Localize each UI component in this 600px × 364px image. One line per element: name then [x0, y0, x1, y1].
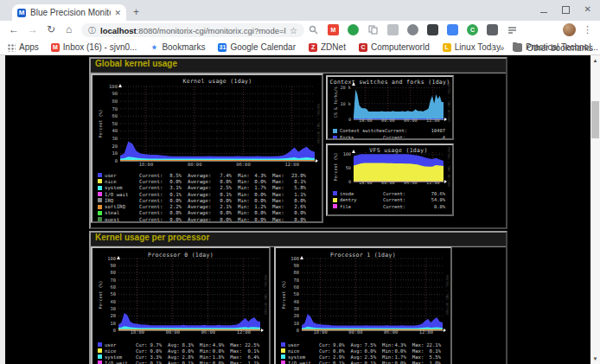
puzzle-extensions-icon[interactable] [487, 24, 498, 35]
legend-name: softIRQ [105, 204, 139, 209]
legend-name: guest [105, 217, 139, 222]
svg-text:10 k: 10 k [341, 101, 352, 106]
legend-stat: Cur:2.9% [319, 354, 351, 360]
tab-monitorix[interactable]: M Blue Precision Monitorix ✕ [12, 4, 126, 21]
graph-panel-processor-0: Processor 0 (1day)Percent (%)RRDTOOL / T… [91, 246, 271, 364]
bookmark-item[interactable]: ZZDNet [309, 42, 346, 52]
svg-text:12:00: 12:00 [426, 118, 440, 123]
legend-stat: Avg:7.5% [351, 342, 383, 348]
bookmark-label: ZDNet [321, 42, 346, 52]
green-circle-extension-icon[interactable]: C [467, 24, 478, 35]
other-bookmarks-folder-icon [513, 44, 522, 51]
svg-text:100: 100 [290, 256, 299, 261]
legend-stat: Cur:3.3% [136, 354, 168, 360]
legend-swatch [281, 361, 285, 364]
legend-row: stealCurrent:0.0%Average:0.0%Min:0.0%Max… [97, 210, 318, 216]
apps-shortcut[interactable]: Apps [7, 42, 39, 52]
blue-oval-extension-icon[interactable] [447, 24, 458, 35]
maximize-icon[interactable] [562, 6, 570, 14]
profile-avatar[interactable] [563, 23, 576, 36]
section-title: Kernel usage per processor [91, 233, 506, 247]
home-icon[interactable]: ⌂ [66, 23, 72, 35]
bookmark-star-icon[interactable]: ☆ [290, 26, 297, 35]
scroll-up-icon[interactable]: ▲ [590, 55, 600, 66]
svg-text:0: 0 [113, 328, 116, 333]
close-icon[interactable]: ✕ [584, 5, 591, 14]
new-tab-button[interactable]: + [133, 6, 139, 18]
svg-text:12:00: 12:00 [426, 180, 440, 185]
scrollbar-thumb[interactable] [591, 101, 599, 138]
legend-stat: Min:4.9% [200, 342, 230, 348]
svg-text:80: 80 [112, 99, 118, 104]
legend-row: niceCur:0.0%Avg:0.0%Min:0.0%Max:0.1% [280, 348, 447, 354]
legend-stat: Min:4.3% [238, 173, 272, 178]
legend-stat: Avg:0.0% [351, 348, 383, 354]
page-scrollbar[interactable]: ▲ ▼ [590, 55, 600, 364]
svg-text:18:00: 18:00 [314, 329, 328, 335]
bookmarks-overflow-icon[interactable]: » [492, 43, 505, 53]
bookmark-item[interactable]: MInbox (16) - sjvn0... [51, 42, 137, 52]
bookmark-item[interactable]: CComputerworld [359, 42, 430, 52]
legend-row: systemCurrent:3.1%Average:2.5%Min:1.7%Ma… [97, 185, 318, 191]
legend-stat: Min:0.0% [382, 348, 412, 354]
svg-text:18:00: 18:00 [139, 162, 154, 167]
legend-name: Context switches [340, 128, 385, 133]
forward-icon[interactable]: → [28, 23, 38, 35]
legend-stat: Current:3.1% [139, 185, 188, 190]
svg-text:50: 50 [294, 291, 300, 297]
graph-panel-kernel-usage: Kernel usage (1day)Percent (%)RRDTOOL / … [91, 73, 323, 223]
svg-text:06:00: 06:00 [236, 162, 251, 167]
gmail-extension-icon[interactable]: M [328, 24, 339, 35]
pages-extension-icon[interactable] [367, 24, 379, 35]
legend-stat: Max:0.1% [272, 179, 312, 184]
omnibox[interactable]: ⓘ localhost:8080/monitorix-cgi/monitorix… [81, 23, 304, 37]
svg-text:20 k: 20 k [341, 85, 352, 90]
scroll-down-icon[interactable]: ▼ [590, 354, 600, 364]
legend-stat: Max:5.5% [412, 354, 447, 360]
dark-square-extension-icon[interactable] [427, 24, 438, 35]
legend-name: inode [340, 191, 383, 196]
legend-name: I/O wait [105, 361, 136, 364]
svg-text:00:00: 00:00 [188, 162, 202, 167]
tab-close-icon[interactable]: ✕ [114, 9, 121, 17]
legend-name: user [105, 173, 139, 178]
svg-text:20: 20 [294, 313, 300, 318]
reload-icon[interactable]: ↻ [47, 23, 55, 35]
other-bookmarks[interactable]: Other bookmarks [527, 43, 593, 53]
svg-text:12:00: 12:00 [284, 162, 299, 167]
svg-text:0: 0 [348, 117, 351, 122]
legend-stat: Max:1.0% [412, 361, 447, 364]
legend-stat: Max:22.1% [412, 342, 447, 348]
bookmark-favicon: ★ [150, 43, 158, 52]
minimize-icon[interactable] [540, 12, 547, 13]
globe-extension-icon[interactable] [407, 24, 418, 35]
legend-name: system [105, 354, 136, 360]
back-icon[interactable]: ← [9, 23, 19, 35]
bookmark-item[interactable]: ★Bookmarks [150, 42, 205, 52]
svg-text:100: 100 [107, 256, 116, 261]
legend-stat: Min:0.0% [238, 192, 272, 197]
legend-swatch [98, 173, 102, 177]
legend-row: guestCurrent:0.0%Average:0.0%Min:0.0%Max… [97, 216, 318, 222]
legend-stat: Max:0.0% [272, 217, 312, 222]
teal-circle-extension-icon[interactable] [348, 24, 359, 35]
section-title: Global kernel usage [91, 59, 506, 73]
legend-stat: Current:0.0% [383, 204, 445, 209]
site-info-icon[interactable]: ⓘ [88, 25, 96, 36]
legend-stat: Min:0.0% [200, 361, 230, 364]
bookmark-favicon: 31 [218, 43, 227, 52]
svg-text:30: 30 [294, 306, 300, 311]
legend-swatch [333, 198, 337, 202]
url-path: :8080/monitorix-cgi/monitorix.cgi?mode=l… [137, 26, 286, 35]
search-extension-icon[interactable] [308, 24, 319, 35]
legend-stat: Current:0.0% [139, 210, 188, 215]
bookmark-item[interactable]: 31Google Calendar [218, 42, 296, 52]
browser-menu-icon[interactable]: ⋮ [583, 24, 592, 35]
graph-legend: userCur:9.7%Avg:8.3%Min:4.9%Max:22.5%nic… [97, 342, 265, 364]
list-extension-icon[interactable] [507, 24, 518, 35]
gray-square-extension-icon[interactable] [387, 24, 399, 35]
legend-stat: Average:0.0% [188, 217, 238, 222]
graph-legend: userCurrent:8.5%Average:7.4%Min:4.3%Max:… [97, 172, 318, 222]
svg-text:90: 90 [294, 263, 300, 268]
svg-text:06:00: 06:00 [404, 180, 418, 185]
